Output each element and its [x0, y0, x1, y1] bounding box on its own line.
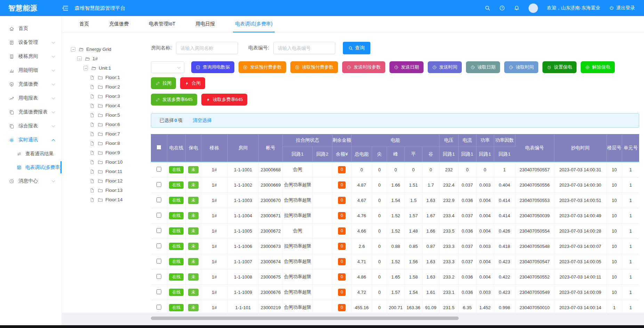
sidebar-item-用能明细[interactable]: 用能明细 — [0, 63, 62, 77]
cell-account: 23000668 — [259, 162, 283, 177]
link-icon — [155, 81, 160, 86]
row-checkbox[interactable] — [156, 274, 161, 279]
tree-node-Floor:8[interactable]: Floor:8 — [71, 139, 151, 148]
tab-电表管理IoT[interactable]: 电表管理IoT — [147, 16, 177, 32]
tree-node-Floor:5[interactable]: Floor:5 — [71, 110, 151, 120]
avatar[interactable] — [529, 3, 538, 13]
cell-online: 在线 — [167, 254, 186, 269]
meter-type-select[interactable] — [151, 61, 184, 73]
sidebar-item-用电报表[interactable]: 用电报表 — [0, 91, 62, 105]
row-checkbox[interactable] — [156, 228, 161, 233]
tab-用电日报[interactable]: 用电日报 — [193, 16, 217, 32]
select-all-checkbox[interactable] — [156, 145, 161, 150]
online-badge: 在线 — [169, 212, 184, 219]
sidebar-subitem-电表调试(多费率)[interactable]: 电表调试(多费率) — [0, 161, 62, 174]
room-name-input[interactable] — [176, 42, 238, 54]
tree-node-Floor:9[interactable]: Floor:9 — [71, 148, 151, 157]
meter-no-label: 电表编号: — [248, 45, 269, 51]
cell-floor-no: 1 — [606, 300, 622, 315]
action-button-拉闸[interactable]: 拉闸 — [151, 77, 176, 89]
platform-title: 森维智慧能源管理平台 — [75, 5, 125, 11]
tab-电表调试(多费率)[interactable]: 电表调试(多费率) — [233, 16, 274, 32]
cell-power: 0.004 — [476, 193, 494, 208]
sidebar-item-首页[interactable]: 首页 — [0, 22, 62, 36]
tree-node-label: Floor:14 — [105, 197, 123, 202]
tree-node-Floor:13[interactable]: Floor:13 — [71, 186, 151, 195]
tree-node-Floor:3[interactable]: Floor:3 — [71, 92, 151, 101]
sidebar-item-楼栋房间[interactable]: 楼栋房间 — [0, 49, 62, 63]
tab-首页[interactable]: 首页 — [77, 16, 91, 32]
sidebar-item-充值缴费[interactable]: 充值缴费 — [0, 77, 62, 91]
action-button-合闸[interactable]: 合闸 — [180, 77, 205, 89]
action-button-读取时间[interactable]: 读取时间 — [504, 61, 538, 73]
tree-node-Unit:1[interactable]: Unit:1 — [71, 63, 151, 73]
tree-node-Energy Grid[interactable]: Energy Grid — [71, 45, 151, 54]
action-button-发送日期[interactable]: 发送日期 — [389, 61, 424, 73]
action-button-解除保电[interactable]: 解除保电 — [581, 61, 615, 73]
search-icon[interactable] — [485, 5, 490, 11]
tree-node-Floor:1[interactable]: Floor:1 — [71, 73, 151, 82]
yen-icon — [243, 65, 248, 70]
row-checkbox[interactable] — [156, 167, 161, 172]
sidebar-item-设备管理[interactable]: 设备管理 — [0, 36, 62, 49]
action-button-发送预付费参数[interactable]: 发送预付费参数 — [239, 61, 286, 73]
logout-button[interactable]: 退出登录 — [609, 5, 635, 11]
help-icon[interactable]: ? — [499, 5, 505, 11]
file-icon — [90, 179, 95, 183]
tree-node-Floor:12[interactable]: Floor:12 — [71, 176, 151, 186]
action-button-查询用电数据[interactable]: 查询用电数据 — [191, 61, 234, 73]
tree-node-Floor:14[interactable]: Floor:14 — [71, 195, 151, 204]
folder-icon — [98, 169, 103, 174]
action-button-发送时间[interactable]: 发送时间 — [428, 61, 462, 73]
cell-factor: 1 — [494, 162, 515, 177]
cell-current: 0.036 — [458, 193, 476, 208]
row-checkbox[interactable] — [156, 213, 161, 218]
sidebar-item-综合报表[interactable]: 综合报表 — [0, 119, 62, 133]
action-button-读取预付费参数[interactable]: 读取预付费参数 — [290, 61, 338, 73]
row-checkbox[interactable] — [156, 243, 161, 248]
sidebar-subitem-查看通讯结果[interactable]: 查看通讯结果 — [0, 147, 62, 161]
collapse-expander-icon[interactable] — [83, 66, 88, 70]
sidebar-item-充值缴费报表[interactable]: 充值缴费报表 — [0, 105, 62, 119]
tree-node-Floor:7[interactable]: Floor:7 — [71, 129, 151, 139]
scrollbar-thumb[interactable] — [151, 317, 459, 320]
collapse-menu-icon[interactable] — [62, 5, 69, 11]
collapse-expander-icon[interactable] — [71, 47, 75, 52]
sidebar-item-消息中心[interactable]: 消息中心 — [0, 174, 62, 188]
tree-node-Floor:4[interactable]: Floor:4 — [71, 101, 151, 110]
row-checkbox[interactable] — [156, 259, 161, 264]
tab-充值缴费[interactable]: 充值缴费 — [107, 16, 131, 32]
row-checkbox[interactable] — [156, 289, 161, 294]
cell-circuit2 — [313, 162, 332, 177]
tree-node-1#[interactable]: 1# — [71, 54, 151, 63]
cell-energy: 0 — [372, 239, 387, 254]
filter-row: 房间名称: 电表编号: 查询 — [151, 42, 639, 54]
action-button-发送多费率645[interactable]: 发送多费率645 — [151, 94, 197, 106]
tree-node-Floor:10[interactable]: Floor:10 — [71, 157, 151, 167]
row-checkbox[interactable] — [156, 197, 161, 202]
folder-icon — [98, 178, 103, 183]
search-button[interactable]: 查询 — [343, 42, 370, 54]
yen-icon — [295, 65, 299, 70]
action-button-读取多费率645[interactable]: 读取多费率645 — [201, 94, 248, 106]
cell-current: 0.037 — [458, 239, 476, 254]
action-button-发送时段参数[interactable]: 发送时段参数 — [342, 61, 385, 73]
tree-node-Floor:6[interactable]: Floor:6 — [71, 120, 151, 129]
action-button-读取日期[interactable]: 读取日期 — [466, 61, 500, 73]
meter-no-input[interactable] — [273, 42, 335, 54]
tree-node-Floor:11[interactable]: Floor:11 — [71, 167, 151, 176]
clear-selection-link[interactable]: 清空选择 — [193, 117, 212, 124]
row-checkbox[interactable] — [156, 182, 161, 187]
cell-energy: 1.63 — [422, 254, 439, 269]
swap-icon — [17, 151, 22, 156]
sidebar-item-实时通讯[interactable]: 实时通讯 — [0, 133, 62, 147]
tree-node-Floor:2[interactable]: Floor:2 — [71, 82, 151, 92]
row-checkbox[interactable] — [156, 305, 161, 310]
cell-energy: 0.85 — [404, 239, 422, 254]
bell-icon[interactable] — [514, 5, 520, 11]
horizontal-scrollbar[interactable] — [151, 317, 639, 320]
balance-badge: 0 — [338, 197, 346, 204]
cell-energy: 1.52 — [387, 254, 404, 269]
action-button-设置保电[interactable]: 设置保电 — [542, 61, 577, 73]
collapse-expander-icon[interactable] — [77, 56, 82, 61]
